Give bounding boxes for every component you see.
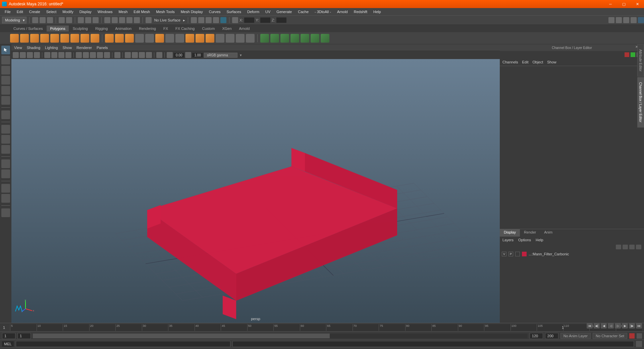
go-to-end-button[interactable]: ⏭	[636, 323, 642, 329]
sculpt-icon[interactable]	[311, 34, 319, 43]
ao-icon[interactable]	[139, 52, 145, 58]
layer-playback-toggle[interactable]: P	[508, 252, 513, 256]
attribute-editor-toggle-icon[interactable]	[638, 17, 644, 23]
snap-plane-icon[interactable]	[126, 17, 132, 23]
attribute-editor-tab[interactable]: Attribute Editor	[637, 44, 644, 77]
new-empty-layer-icon[interactable]	[629, 245, 635, 249]
range-track[interactable]	[33, 334, 528, 338]
menu-uv[interactable]: UV	[263, 9, 273, 14]
move-layer-up-icon[interactable]	[616, 245, 621, 249]
viewport[interactable]: x y z persp	[11, 59, 500, 323]
motion-blur-icon[interactable]	[146, 52, 152, 58]
channel-box-tab[interactable]: Channel Box / Layer Editor	[637, 77, 644, 128]
layout-custom1-icon[interactable]	[1, 159, 10, 168]
lights-icon[interactable]	[97, 52, 103, 58]
script-editor-icon[interactable]	[636, 341, 642, 347]
layer-display-type[interactable]	[515, 252, 520, 256]
lasso-tool[interactable]	[1, 56, 10, 64]
layout-custom2-icon[interactable]	[1, 169, 10, 178]
panel-menu-view[interactable]: View	[14, 46, 22, 50]
exposure-field[interactable]: 0.00	[174, 53, 184, 57]
close-button[interactable]: ✕	[631, 0, 644, 8]
layout-single-icon[interactable]	[1, 125, 10, 134]
poly-plane-icon[interactable]	[50, 34, 59, 43]
timeline-ruler[interactable]: 5101520253035404550556065707580859095100…	[10, 324, 642, 331]
layer-menu-layers[interactable]: Layers	[502, 238, 514, 242]
multi-cut-icon[interactable]	[216, 34, 224, 43]
move-layer-down-icon[interactable]	[623, 245, 628, 249]
mirror-icon[interactable]	[301, 34, 309, 43]
separate-icon[interactable]	[165, 34, 174, 43]
panel-layout-icon[interactable]	[232, 17, 238, 23]
shadows-icon[interactable]	[104, 52, 110, 58]
layout-two-icon[interactable]	[1, 145, 10, 154]
poly-helix-icon[interactable]	[105, 34, 114, 43]
anim-layer-dropdown[interactable]: No Anim Layer	[560, 333, 591, 339]
menu-set-dropdown[interactable]: Modeling	[2, 17, 26, 23]
menu-surfaces[interactable]: Surfaces	[224, 9, 244, 14]
shaded-icon[interactable]	[83, 52, 89, 58]
play-backward-button[interactable]: ◁	[608, 323, 614, 329]
menu-file[interactable]: File	[2, 9, 13, 14]
paint-select-icon[interactable]	[93, 17, 99, 23]
layer-tab-render[interactable]: Render	[520, 229, 540, 237]
custom-layout-icon[interactable]	[1, 208, 10, 217]
autokey-toggle[interactable]	[629, 333, 635, 339]
current-frame-field[interactable]: 1	[559, 326, 567, 330]
shelf-tab-fx-caching[interactable]: FX Caching	[172, 26, 198, 32]
construction-history-icon[interactable]	[191, 17, 197, 23]
menu-help[interactable]: Help	[371, 9, 384, 14]
new-layer-selected-icon[interactable]	[636, 245, 641, 249]
exposure-icon[interactable]	[167, 52, 173, 58]
channel-green-icon[interactable]	[631, 52, 635, 57]
poly-sphere-icon[interactable]	[10, 34, 19, 43]
menu-mesh-tools[interactable]: Mesh Tools	[153, 9, 177, 14]
rotate-tool[interactable]	[1, 86, 10, 95]
menu-redshift[interactable]: Redshift	[351, 9, 370, 14]
step-forward-button[interactable]: ▶	[622, 323, 628, 329]
move-tool[interactable]	[1, 76, 10, 85]
image-plane-icon[interactable]	[34, 52, 40, 58]
menu-select[interactable]: Select	[44, 9, 59, 14]
open-scene-icon[interactable]	[40, 17, 46, 23]
graph-editor-icon[interactable]	[1, 194, 10, 203]
step-back-button[interactable]: ◀	[601, 323, 607, 329]
layer-color-swatch[interactable]	[522, 252, 527, 256]
dof-icon[interactable]	[156, 52, 162, 58]
grid-toggle-icon[interactable]	[44, 52, 50, 58]
maximize-button[interactable]: ▢	[617, 0, 631, 8]
playback-end-field[interactable]: 120	[530, 333, 543, 339]
shelf-tab-sculpting[interactable]: Sculpting	[69, 26, 91, 32]
xray-joints-icon[interactable]	[132, 52, 138, 58]
color-space-dropdown[interactable]: sRGB gamma	[204, 53, 237, 58]
layer-visibility-toggle[interactable]: V	[502, 252, 506, 256]
menu-arnold[interactable]: Arnold	[334, 9, 351, 14]
menu-generate[interactable]: Generate	[274, 9, 294, 14]
poly-cone-icon[interactable]	[40, 34, 49, 43]
panel-menu-renderer[interactable]: Renderer	[76, 46, 92, 50]
menu-windows[interactable]: Windows	[95, 9, 115, 14]
gamma-field[interactable]: 1.00	[192, 53, 203, 57]
channel-menu-edit[interactable]: Edit	[522, 60, 528, 64]
wireframe-icon[interactable]	[76, 52, 82, 58]
last-tool[interactable]	[1, 110, 10, 119]
poly-soccer-icon[interactable]	[115, 34, 124, 43]
bool-intersect-icon[interactable]	[280, 34, 289, 43]
shelf-tab-custom[interactable]: Custom	[199, 26, 218, 32]
camera-select-icon[interactable]	[13, 52, 19, 58]
select-mode-icon[interactable]	[78, 17, 84, 23]
isolate-select-icon[interactable]	[114, 52, 120, 58]
coord-z-field[interactable]	[276, 17, 286, 23]
append-icon[interactable]	[206, 34, 214, 43]
snap-point-icon[interactable]	[119, 17, 125, 23]
anim-end-field[interactable]: 200	[545, 333, 558, 339]
channel-box-toggle-icon[interactable]	[631, 17, 637, 23]
panel-menu-lighting[interactable]: Lighting	[45, 46, 58, 50]
poly-svg-icon[interactable]	[145, 34, 154, 43]
quad-draw-icon[interactable]	[321, 34, 329, 43]
bool-diff-icon[interactable]	[270, 34, 279, 43]
lasso-select-icon[interactable]	[85, 17, 91, 23]
menu-deform[interactable]: Deform	[245, 9, 262, 14]
poly-cylinder-icon[interactable]	[30, 34, 39, 43]
smooth-icon[interactable]	[290, 34, 299, 43]
